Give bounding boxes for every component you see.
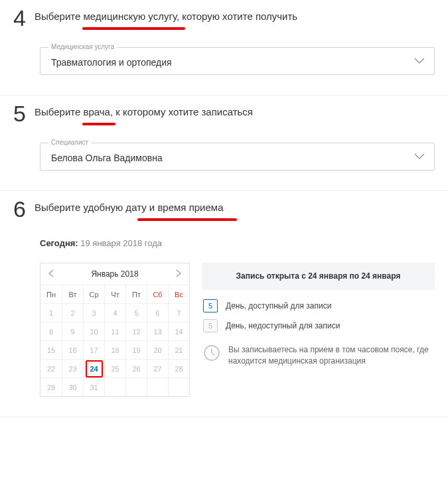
timezone-note: Вы записываетесь на прием в том часовом … (202, 344, 435, 368)
calendar-day-cell[interactable]: 10 (83, 322, 104, 340)
today-row: Сегодня: 19 января 2018 года (40, 238, 435, 248)
section-5-title: Выберите врача, к которому хотите записа… (35, 106, 435, 117)
medical-service-value: Травматология и ортопедия (51, 57, 408, 68)
calendar-day-cell[interactable]: 21 (168, 340, 189, 359)
annotation-underline-5 (82, 123, 115, 125)
calendar-day-cell[interactable]: 14 (168, 322, 189, 340)
calendar: Январь 2018 ПнВтСрЧтПтСбВс12345678910111… (40, 263, 190, 397)
calendar-day-header: Вт (62, 285, 83, 303)
calendar-day-header: Сб (147, 285, 168, 303)
section-6-title: Выберите удобную дату и время приема (35, 202, 435, 213)
prev-month-button[interactable] (43, 269, 59, 279)
medical-service-label: Медицинская услуга (48, 43, 117, 50)
legend-unavailable-text: День, недоступный для записи (226, 321, 340, 330)
today-label: Сегодня: (40, 238, 78, 248)
calendar-day-header: Вс (168, 285, 189, 303)
step-number-4: 4 (13, 7, 35, 29)
annotation-underline-4 (82, 27, 185, 30)
calendar-day-cell[interactable]: 23 (62, 359, 83, 378)
clock-icon (203, 344, 220, 362)
timezone-text: Вы записываетесь на прием в том часовом … (228, 344, 435, 368)
step-number-5: 5 (13, 102, 35, 125)
legend-available-chip: 5 (203, 299, 218, 312)
calendar-day-cell[interactable]: 27 (147, 359, 168, 378)
calendar-day-header: Пт (125, 285, 147, 303)
calendar-grid: ПнВтСрЧтПтСбВс12345678910111213141516171… (40, 285, 189, 396)
calendar-day-cell[interactable]: 11 (104, 322, 125, 340)
section-6: 6 Выберите удобную дату и время приема С… (0, 191, 448, 417)
calendar-day-cell[interactable]: 8 (40, 322, 62, 340)
annotation-underline-6 (137, 218, 237, 221)
calendar-day-cell[interactable]: 30 (62, 378, 83, 396)
calendar-day-cell[interactable]: 24 (83, 359, 104, 378)
calendar-day-cell[interactable]: 18 (104, 340, 125, 359)
today-date: 19 января 2018 года (80, 238, 162, 248)
calendar-day-cell[interactable]: 5 (125, 303, 147, 322)
section-4-title: Выберите медицинскую услугу, которую хот… (35, 11, 435, 22)
calendar-day-cell[interactable]: 3 (83, 303, 104, 322)
calendar-day-cell[interactable]: 17 (83, 340, 104, 359)
calendar-day-cell[interactable]: 31 (83, 378, 104, 396)
next-month-button[interactable] (171, 269, 187, 279)
calendar-day-cell[interactable]: 1 (40, 303, 62, 322)
calendar-day-cell[interactable]: 15 (40, 340, 62, 359)
calendar-day-cell[interactable]: 6 (147, 303, 168, 322)
calendar-day-cell[interactable]: 9 (62, 322, 83, 340)
legend-unavailable-chip: 5 (203, 319, 218, 332)
calendar-month: Январь 2018 (91, 269, 138, 279)
specialist-select[interactable]: Специалист Белова Ольга Вадимовна (40, 143, 435, 171)
calendar-day-cell[interactable]: 16 (62, 340, 83, 359)
calendar-day-header: Пн (40, 285, 62, 303)
calendar-day-cell (168, 378, 189, 396)
step-number-6: 6 (13, 198, 35, 220)
calendar-day-cell[interactable]: 26 (125, 359, 147, 378)
calendar-day-header: Ср (83, 285, 104, 303)
section-5: 5 Выберите врача, к которому хотите запи… (0, 96, 448, 191)
calendar-header: Январь 2018 (40, 263, 189, 285)
specialist-label: Специалист (48, 139, 91, 146)
calendar-day-cell[interactable]: 28 (168, 359, 189, 378)
specialist-value: Белова Ольга Вадимовна (51, 153, 408, 163)
calendar-day-cell[interactable]: 20 (147, 340, 168, 359)
legend-unavailable: 5 День, недоступный для записи (202, 319, 435, 332)
info-column: Запись открыта с 24 января по 24 января … (202, 263, 435, 397)
calendar-day-cell[interactable]: 19 (125, 340, 147, 359)
calendar-day-cell[interactable]: 4 (104, 303, 125, 322)
legend-available: 5 День, доступный для записи (202, 299, 435, 312)
calendar-day-cell[interactable]: 25 (104, 359, 125, 378)
calendar-day-cell[interactable]: 22 (40, 359, 62, 378)
calendar-day-cell[interactable]: 7 (168, 303, 189, 322)
chevron-down-icon (414, 153, 425, 160)
calendar-day-cell (125, 378, 147, 396)
calendar-day-cell[interactable]: 29 (40, 378, 62, 396)
legend-available-text: День, доступный для записи (226, 301, 331, 310)
chevron-down-icon (414, 58, 425, 64)
calendar-day-cell[interactable]: 13 (147, 322, 168, 340)
booking-open-banner: Запись открыта с 24 января по 24 января (202, 263, 435, 290)
calendar-day-cell[interactable]: 2 (62, 303, 83, 322)
calendar-day-cell (104, 378, 125, 396)
calendar-day-header: Чт (104, 285, 125, 303)
section-4: 4 Выберите медицинскую услугу, которую х… (0, 0, 448, 96)
medical-service-select[interactable]: Медицинская услуга Травматология и ортоп… (40, 47, 435, 75)
calendar-day-cell[interactable]: 12 (125, 322, 147, 340)
calendar-day-cell (147, 378, 168, 396)
